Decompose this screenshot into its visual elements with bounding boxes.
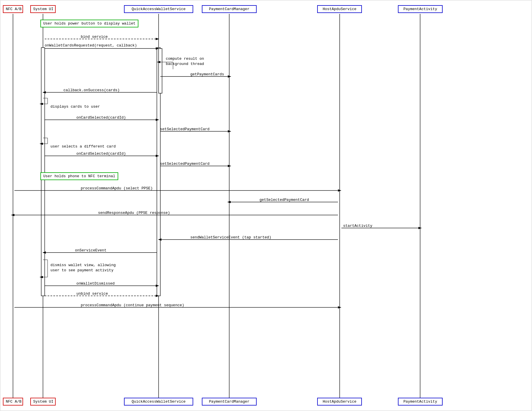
svg-marker-55	[156, 295, 159, 297]
svg-marker-45	[158, 238, 161, 241]
svg-marker-39	[227, 201, 231, 203]
svg-marker-23	[40, 103, 43, 105]
svg-marker-41	[11, 214, 14, 216]
svg-marker-27	[228, 130, 231, 132]
msg-setselectedpaymentcard1: setSelectedPaymentCard	[160, 127, 210, 131]
msg-displays-cards: displays cards to user	[50, 104, 100, 109]
msg-onserviceevent: onServiceEvent	[75, 248, 106, 253]
svg-marker-25	[156, 119, 159, 121]
msg-unbind-service: unbind service	[76, 292, 108, 296]
msg-getpaymentcards: getPaymentCards	[190, 72, 224, 76]
actor-pcm-bottom: PaymentCardManager	[202, 398, 257, 406]
actor-has-top: HostApduService	[317, 5, 362, 13]
svg-marker-31	[40, 143, 43, 145]
actor-pcm-top: PaymentCardManager	[202, 5, 257, 13]
actor-systemui-top: System UI	[30, 5, 56, 13]
msg-dismiss-wallet: dismiss wallet view, allowing user to se…	[50, 263, 116, 273]
svg-marker-19	[42, 91, 46, 94]
note-compute: compute result on background thread	[166, 56, 204, 67]
sequence-diagram: NFC A/B System UI QuickAccessWalletServi…	[0, 0, 532, 411]
svg-rect-6	[41, 48, 45, 296]
arrows-svg	[0, 0, 532, 411]
svg-rect-58	[0, 0, 532, 411]
actor-systemui-bottom: System UI	[30, 398, 56, 406]
actor-qaws-bottom: QuickAccessWalletService	[124, 398, 193, 406]
msg-processcommandapdu1: processCommandApdu (select PPSE)	[81, 186, 153, 190]
svg-marker-37	[338, 189, 341, 192]
svg-marker-57	[338, 306, 341, 309]
svg-marker-15	[157, 61, 160, 63]
msg-startactivity: startActivity	[343, 224, 372, 228]
actor-nfc-top: NFC A/B	[3, 5, 23, 13]
svg-marker-53	[156, 285, 159, 287]
msg-onwalletdismissed: onWalletDismissed	[76, 281, 115, 286]
actor-qaws-top: QuickAccessWalletService	[124, 5, 193, 13]
msg-oncardselected2: onCardSelected(cardId)	[76, 152, 126, 156]
msg-bind-service: bind service	[81, 35, 108, 39]
msg-user-selects-diff: user selects a different card	[50, 144, 116, 149]
svg-rect-8	[159, 48, 162, 93]
svg-marker-12	[156, 47, 159, 50]
actor-has-bottom: HostApduService	[317, 398, 362, 406]
note-power-button: User holds power button to display walle…	[40, 20, 138, 27]
msg-callback-onsuccess: callback.onSuccess(cards)	[63, 88, 120, 92]
msg-getselectedpaymentcard: getSelectedPaymentCard	[260, 198, 309, 202]
msg-onwalletcards: onWalletCardsRequested(request, callback…	[45, 43, 137, 48]
msg-setselectedpaymentcard2: setSelectedPaymentCard	[160, 162, 210, 166]
svg-marker-51	[40, 276, 43, 278]
msg-sendresponseapdu: sendResponseApdu (PPSE response)	[98, 211, 170, 215]
svg-marker-35	[228, 165, 231, 167]
svg-marker-47	[42, 251, 46, 254]
msg-processcommandapdu2: processCommandApdu (continue payment seq…	[81, 303, 184, 307]
svg-marker-10	[156, 38, 159, 40]
actor-nfc-bottom: NFC A/B	[3, 398, 23, 406]
svg-marker-17	[228, 75, 231, 78]
svg-marker-43	[418, 227, 422, 229]
msg-oncardselected1: onCardSelected(cardId)	[76, 115, 126, 120]
note-nfc-terminal: User holds phone to NFC terminal	[40, 172, 118, 180]
msg-sendwalletserviceevent: sendWalletServiceEvent (tap started)	[190, 235, 271, 240]
svg-rect-7	[157, 48, 160, 296]
svg-marker-33	[156, 155, 159, 157]
actor-pa-bottom: PaymentActivity	[398, 398, 443, 406]
actor-pa-top: PaymentActivity	[398, 5, 443, 13]
